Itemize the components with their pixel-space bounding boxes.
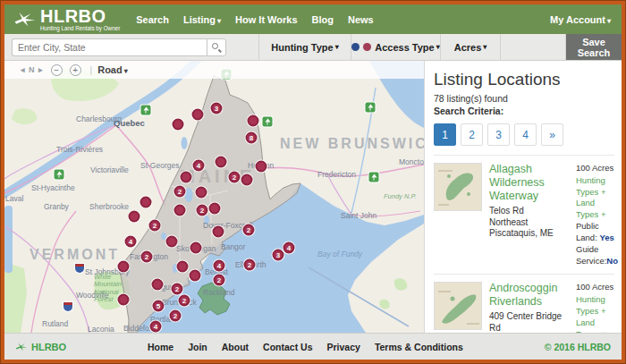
access-type-dropdown[interactable]: Access Type▾ (351, 34, 441, 60)
search-button[interactable] (207, 38, 226, 56)
search-input[interactable] (12, 38, 207, 56)
hunting-types-link[interactable]: Hunting Types + (576, 294, 618, 317)
map-marker[interactable]: 4 (193, 160, 205, 172)
footer-link-terms-conditions[interactable]: Terms & Conditions (375, 342, 463, 352)
map-marker[interactable]: 2 (170, 310, 182, 322)
map-marker[interactable] (248, 115, 259, 127)
map-marker[interactable] (190, 242, 202, 254)
map-marker[interactable]: 2 (214, 275, 225, 286)
map-marker[interactable]: 5 (153, 301, 165, 312)
search-criteria-label: Search Criteria: (434, 106, 614, 116)
guide-service-label: Guide Service: (576, 244, 606, 266)
pagination-page-4[interactable]: 4 (514, 123, 537, 146)
pagination-next-button[interactable]: » (541, 123, 563, 146)
map-marker[interactable] (166, 236, 178, 248)
map-marker[interactable] (216, 157, 227, 168)
map-marker[interactable]: 2 (244, 259, 256, 271)
map-marker[interactable]: 4 (125, 236, 137, 248)
map-marker[interactable] (174, 205, 186, 216)
listing-address1: Telos Rd (489, 206, 571, 217)
listing-item[interactable]: Allagash Wilderness Waterway Telos Rd No… (434, 155, 614, 274)
footer-link-home[interactable]: Home (148, 342, 173, 352)
chevron-down-icon: ▾ (124, 67, 128, 75)
map-marker[interactable] (213, 226, 224, 238)
listing-thumbnail[interactable] (434, 282, 482, 330)
footer-link-join[interactable]: Join (188, 342, 207, 352)
chevron-down-icon: ▾ (436, 43, 440, 51)
map-marker[interactable]: 2 (141, 251, 153, 263)
map-marker[interactable] (256, 161, 267, 173)
map-marker[interactable]: 3 (211, 103, 223, 114)
park-shield-icon (263, 117, 273, 127)
chevron-down-icon: ▾ (607, 17, 611, 25)
page-frame: HLRBO Hunting Land Rentals by Owner Sear… (0, 0, 626, 364)
map-marker[interactable] (140, 197, 152, 208)
map-marker[interactable] (118, 294, 130, 306)
nav-item-blog[interactable]: Blog (312, 14, 334, 25)
map-marker[interactable]: 2 (197, 205, 208, 216)
map-marker[interactable]: 3 (273, 250, 284, 261)
map-marker[interactable]: 2 (172, 284, 183, 295)
nav-item-search[interactable]: Search (136, 14, 169, 25)
footer-brand[interactable]: HLRBO (15, 342, 66, 352)
main-content: CharlesbourgQuebecTrois-RivièresVictoria… (4, 61, 622, 333)
map-marker[interactable] (118, 261, 130, 273)
compass-control[interactable]: ◂ N ▸ (21, 65, 44, 74)
map-marker[interactable] (196, 187, 207, 199)
zoom-in-button[interactable]: + (70, 64, 81, 76)
map-marker[interactable]: 2 (229, 172, 241, 183)
listing-title-link[interactable]: Allagash Wilderness Waterway (489, 163, 571, 203)
nav-item-my-account[interactable]: My Account▾ (550, 14, 611, 25)
map-marker[interactable] (152, 279, 164, 291)
map-marker[interactable] (177, 261, 189, 273)
pagination-page-1[interactable]: 1 (434, 123, 456, 146)
zoom-out-button[interactable]: − (51, 64, 63, 76)
map-style-dropdown[interactable]: Road▾ (97, 64, 128, 75)
pagination-page-3[interactable]: 3 (487, 123, 510, 146)
nav-item-how-it-works[interactable]: How It Works (235, 14, 297, 25)
map-marker[interactable]: 2 (243, 224, 255, 236)
nav-item-news[interactable]: News (348, 14, 374, 25)
interstate-shield-icon (75, 264, 84, 273)
access-dot-blue-icon (351, 43, 360, 51)
panel-title: Listing Locations (434, 70, 614, 89)
hunting-types-link[interactable]: Hunting Types + (576, 175, 618, 199)
map-marker[interactable] (192, 109, 204, 121)
listing-title-link[interactable]: Androscoggin Riverlands (489, 282, 571, 309)
footer-link-about[interactable]: About (222, 342, 249, 352)
map-marker[interactable] (209, 203, 221, 215)
map-marker[interactable]: 2 (179, 295, 190, 307)
map-marker[interactable]: 4 (283, 242, 295, 254)
map-marker[interactable]: 8 (246, 132, 258, 144)
acres-dropdown[interactable]: Acres▾ (441, 34, 501, 60)
bird-icon (15, 342, 28, 351)
pagination: 1234» (434, 123, 614, 146)
listing-thumbnail[interactable] (434, 163, 482, 211)
map-marker[interactable]: 2 (149, 220, 161, 232)
listing-item[interactable]: Androscoggin Riverlands 409 Center Bridg… (434, 274, 614, 333)
map-marker[interactable] (173, 119, 184, 131)
brand-logo[interactable]: HLRBO Hunting Land Rentals by Owner (13, 7, 120, 31)
map-marker[interactable] (190, 270, 201, 282)
map-marker[interactable] (129, 211, 140, 223)
land-types-link[interactable]: Land Types + (576, 198, 618, 221)
listing-panel: Listing Locations 78 listing(s) found Se… (424, 61, 622, 333)
footer-copyright: © 2016 HLRBO (545, 342, 611, 352)
nav-item-listing[interactable]: Listing▾ (183, 14, 221, 25)
park-shield-icon (369, 173, 379, 182)
map-marker[interactable]: 2 (174, 186, 186, 198)
map-marker[interactable]: 4 (214, 260, 225, 272)
guide-service-value: No (606, 256, 618, 266)
footer-link-contact-us[interactable]: Contact Us (263, 342, 312, 352)
map-marker[interactable] (241, 174, 253, 186)
land-types-link[interactable]: Land Types + (576, 317, 618, 333)
filter-bar: Hunting Type▾ Access Type▾ Acres▾ Save S… (4, 34, 622, 61)
save-search-button[interactable]: Save Search (566, 34, 622, 60)
pagination-page-2[interactable]: 2 (461, 123, 483, 146)
hunting-type-dropdown[interactable]: Hunting Type▾ (259, 34, 351, 60)
map-marker[interactable] (181, 172, 192, 183)
map-marker[interactable]: 4 (150, 321, 162, 333)
map-canvas[interactable]: CharlesbourgQuebecTrois-RivièresVictoria… (4, 61, 424, 333)
listing-acres: 100 Acres (576, 282, 618, 293)
footer-link-privacy[interactable]: Privacy (327, 342, 360, 352)
